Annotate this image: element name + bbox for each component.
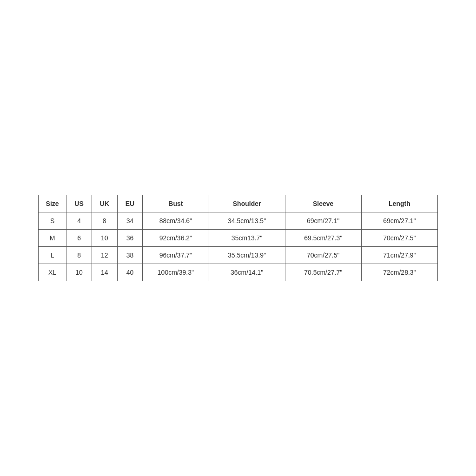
- cell-uk-3: 14: [92, 264, 117, 281]
- table-row: XL101440100cm/39.3"36cm/14.1"70.5cm/27.7…: [39, 264, 438, 281]
- cell-sleeve-1: 69.5cm/27.3": [285, 230, 361, 247]
- cell-length-3: 72cm/28.3": [361, 264, 437, 281]
- table-header-row: Size US UK EU Bust Shoulder Sleeve Lengt…: [39, 195, 438, 212]
- cell-shoulder-0: 34.5cm/13.5": [209, 212, 285, 230]
- cell-eu-2: 38: [117, 247, 143, 264]
- header-size: Size: [39, 195, 66, 212]
- cell-shoulder-1: 35cm13.7": [209, 230, 285, 247]
- cell-shoulder-3: 36cm/14.1": [209, 264, 285, 281]
- header-bust: Bust: [143, 195, 209, 212]
- cell-us-1: 6: [66, 230, 92, 247]
- size-chart-table: Size US UK EU Bust Shoulder Sleeve Lengt…: [38, 195, 438, 281]
- header-length: Length: [361, 195, 437, 212]
- cell-bust-3: 100cm/39.3": [143, 264, 209, 281]
- cell-length-1: 70cm/27.5": [361, 230, 437, 247]
- cell-shoulder-2: 35.5cm/13.9": [209, 247, 285, 264]
- cell-sleeve-2: 70cm/27.5": [285, 247, 361, 264]
- table-row: M6103692cm/36.2"35cm13.7"69.5cm/27.3"70c…: [39, 230, 438, 247]
- cell-length-0: 69cm/27.1": [361, 212, 437, 230]
- cell-sleeve-0: 69cm/27.1": [285, 212, 361, 230]
- header-eu: EU: [117, 195, 143, 212]
- cell-uk-1: 10: [92, 230, 117, 247]
- header-sleeve: Sleeve: [285, 195, 361, 212]
- cell-length-2: 71cm/27.9": [361, 247, 437, 264]
- cell-eu-3: 40: [117, 264, 143, 281]
- cell-bust-0: 88cm/34.6": [143, 212, 209, 230]
- cell-sleeve-3: 70.5cm/27.7": [285, 264, 361, 281]
- cell-us-2: 8: [66, 247, 92, 264]
- cell-bust-2: 96cm/37.7": [143, 247, 209, 264]
- cell-eu-1: 36: [117, 230, 143, 247]
- cell-size-0: S: [39, 212, 66, 230]
- cell-uk-0: 8: [92, 212, 117, 230]
- header-shoulder: Shoulder: [209, 195, 285, 212]
- cell-bust-1: 92cm/36.2": [143, 230, 209, 247]
- size-chart-container: Size US UK EU Bust Shoulder Sleeve Lengt…: [38, 195, 438, 281]
- header-us: US: [66, 195, 92, 212]
- cell-size-2: L: [39, 247, 66, 264]
- cell-us-3: 10: [66, 264, 92, 281]
- cell-size-3: XL: [39, 264, 66, 281]
- cell-uk-2: 12: [92, 247, 117, 264]
- cell-us-0: 4: [66, 212, 92, 230]
- table-row: L8123896cm/37.7"35.5cm/13.9"70cm/27.5"71…: [39, 247, 438, 264]
- cell-size-1: M: [39, 230, 66, 247]
- cell-eu-0: 34: [117, 212, 143, 230]
- header-uk: UK: [92, 195, 117, 212]
- table-row: S483488cm/34.6"34.5cm/13.5"69cm/27.1"69c…: [39, 212, 438, 230]
